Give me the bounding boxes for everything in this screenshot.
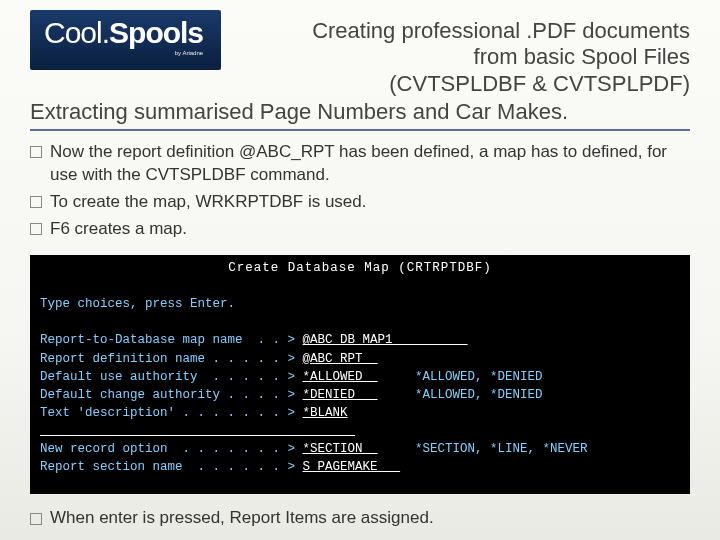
slide-subtitle: Extracting summarised Page Numbers and C… — [30, 99, 690, 131]
bullet-item: To create the map, WRKRPTDBF is used. — [30, 191, 690, 214]
term-hint: *SECTION, *LINE, *NEVER — [415, 442, 588, 456]
term-value: *DENIED — [303, 388, 378, 402]
term-hint: *ALLOWED, *DENIED — [415, 370, 543, 384]
term-value: *SECTION — [303, 442, 378, 456]
heading-line-3: (CVTSPLDBF & CVTSPLPDF) — [221, 71, 690, 97]
bullet-text: F6 creates a map. — [50, 218, 187, 241]
term-label: Text 'description' . . . . . . . > — [40, 406, 295, 420]
term-value: @ABC_DB_MAP1 — [303, 333, 468, 347]
bullet-icon — [30, 146, 42, 158]
bullet-text: Now the report definition @ABC_RPT has b… — [50, 141, 690, 187]
term-value: @ABC_RPT — [303, 352, 378, 366]
term-label: Report section name . . . . . . > — [40, 460, 295, 474]
bullet-item: Now the report definition @ABC_RPT has b… — [30, 141, 690, 187]
term-value: S_PAGEMAKE — [303, 460, 401, 474]
bullet-icon — [30, 513, 42, 525]
heading-line-1: Creating professional .PDF documents — [221, 18, 690, 44]
term-label: New record option . . . . . . . > — [40, 442, 295, 456]
term-hint: *ALLOWED, *DENIED — [415, 388, 543, 402]
term-value: *ALLOWED — [303, 370, 378, 384]
term-label: Default use authority . . . . . > — [40, 370, 295, 384]
term-label: Report definition name . . . . . > — [40, 352, 295, 366]
terminal-screenshot: Create Database Map (CRTRPTDBF) Type cho… — [30, 255, 690, 495]
term-value: *BLANK — [303, 406, 348, 420]
term-label: Default change authority . . . . > — [40, 388, 295, 402]
bullet-item: F6 creates a map. — [30, 218, 690, 241]
bullet-text: To create the map, WRKRPTDBF is used. — [50, 191, 367, 214]
bullet-icon — [30, 223, 42, 235]
coolspools-logo: Cool.Spools by Ariadne — [30, 10, 221, 70]
terminal-title: Create Database Map (CRTRPTDBF) — [40, 259, 680, 277]
logo-byline: by Ariadne — [44, 50, 203, 56]
footer-bullet-text: When enter is pressed, Report Items are … — [50, 508, 434, 528]
bullet-icon — [30, 196, 42, 208]
slide-heading: Creating professional .PDF documents fro… — [221, 10, 690, 97]
logo-text-cool: Cool. — [44, 16, 109, 49]
logo-text-spools: Spools — [109, 16, 203, 49]
term-label: Report-to-Database map name . . > — [40, 333, 295, 347]
terminal-prompt: Type choices, press Enter. — [40, 297, 235, 311]
bullet-list: Now the report definition @ABC_RPT has b… — [30, 141, 690, 241]
term-blank-line — [40, 424, 355, 438]
heading-line-2: from basic Spool Files — [221, 44, 690, 70]
footer-bullet: When enter is pressed, Report Items are … — [30, 508, 690, 528]
